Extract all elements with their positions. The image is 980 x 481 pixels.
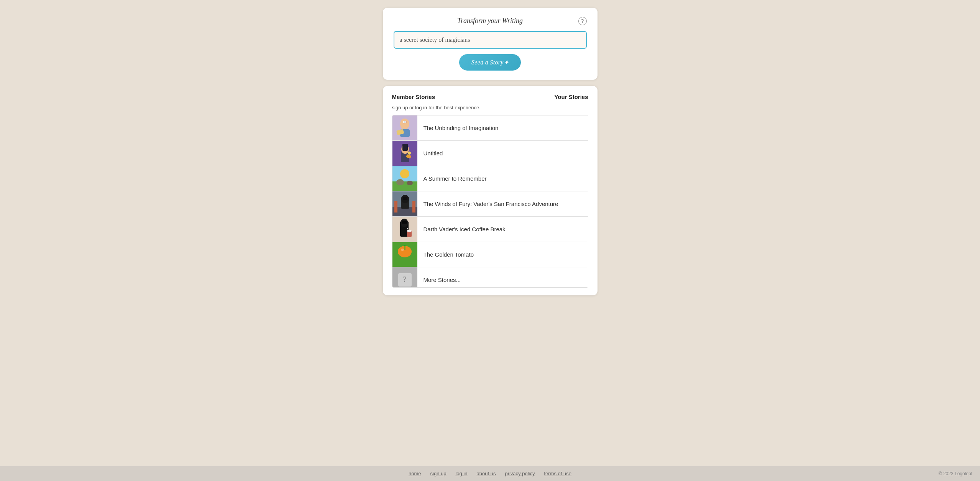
story-title: A Summer to Remember: [417, 171, 493, 186]
story-thumbnail: [392, 191, 417, 216]
footer-link[interactable]: privacy policy: [505, 471, 535, 476]
story-title: Untitled: [417, 145, 449, 161]
story-title: The Winds of Fury: Vader's San Francisco…: [417, 196, 565, 212]
top-card: Transform your Writing ? Seed a Story✦: [383, 8, 598, 80]
page-wrapper: Transform your Writing ? Seed a Story✦ M…: [383, 8, 598, 318]
story-thumbnail: [392, 141, 417, 166]
story-thumbnail: [392, 217, 417, 242]
story-item[interactable]: The Winds of Fury: Vader's San Francisco…: [392, 191, 588, 217]
story-item[interactable]: Darth Vader's Iced Coffee Break: [392, 217, 588, 242]
auth-or-text: or: [408, 105, 415, 110]
sign-up-link[interactable]: sign up: [392, 105, 408, 110]
svg-point-33: [398, 246, 412, 257]
story-item[interactable]: ? More Stories...: [392, 267, 588, 288]
story-title: The Golden Tomato: [417, 247, 480, 262]
your-stories-label: Your Stories: [554, 94, 588, 100]
help-icon[interactable]: ?: [578, 17, 587, 25]
auth-prompt: sign up or log in for the best experienc…: [392, 105, 588, 110]
story-thumbnail: [392, 242, 417, 267]
seed-story-button[interactable]: Seed a Story✦: [459, 54, 521, 71]
story-title: More Stories...: [417, 272, 467, 288]
story-title: The Unbinding of Imagination: [417, 120, 505, 136]
stories-header: Member Stories Your Stories: [392, 94, 588, 100]
stories-list[interactable]: 📖 The Unbinding of Imagination Untitled …: [392, 115, 588, 288]
story-item[interactable]: Untitled: [392, 141, 588, 166]
svg-rect-28: [407, 230, 412, 232]
svg-rect-13: [392, 181, 417, 191]
seed-input[interactable]: [394, 31, 587, 49]
svg-point-34: [401, 249, 404, 251]
footer-link[interactable]: home: [409, 471, 421, 476]
auth-suffix-text: for the best experience.: [427, 105, 480, 110]
svg-rect-20: [403, 197, 407, 200]
footer-link[interactable]: sign up: [430, 471, 446, 476]
svg-text:?: ?: [403, 275, 406, 283]
page-footer: homesign uplog inabout usprivacy policyt…: [0, 466, 980, 481]
page-title: Transform your Writing: [457, 17, 523, 25]
footer-link[interactable]: log in: [455, 471, 467, 476]
svg-text:📖: 📖: [403, 120, 407, 124]
svg-point-14: [396, 179, 404, 185]
top-card-header: Transform your Writing ?: [394, 17, 587, 25]
svg-point-15: [407, 181, 413, 185]
svg-rect-21: [394, 201, 397, 212]
stories-card: Member Stories Your Stories sign up or l…: [383, 86, 598, 295]
story-title: Darth Vader's Iced Coffee Break: [417, 221, 512, 237]
footer-link[interactable]: terms of use: [544, 471, 571, 476]
story-item[interactable]: The Golden Tomato: [392, 242, 588, 267]
svg-point-10: [408, 152, 411, 155]
story-thumbnail: ?: [392, 267, 417, 288]
log-in-link[interactable]: log in: [415, 105, 427, 110]
footer-copyright: © 2023 Logolept: [939, 471, 972, 476]
story-thumbnail: [392, 166, 417, 191]
svg-rect-26: [402, 221, 407, 224]
story-thumbnail: 📖: [392, 115, 417, 140]
member-stories-label: Member Stories: [392, 94, 435, 100]
svg-rect-8: [402, 144, 408, 151]
svg-point-12: [400, 169, 409, 178]
story-item[interactable]: A Summer to Remember: [392, 166, 588, 191]
svg-rect-22: [412, 201, 415, 212]
footer-link[interactable]: about us: [477, 471, 496, 476]
story-item[interactable]: 📖 The Unbinding of Imagination: [392, 115, 588, 141]
